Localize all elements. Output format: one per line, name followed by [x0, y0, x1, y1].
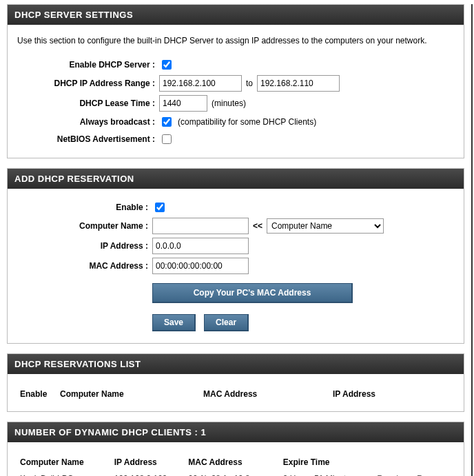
ip-range-to-input[interactable] — [257, 75, 340, 92]
dhcp-server-settings-panel: DHCP SERVER SETTINGS Use this section to… — [7, 4, 464, 158]
always-broadcast-hint: (compatibility for some DHCP Clients) — [178, 117, 316, 127]
ip-range-to-word: to — [246, 79, 253, 88]
copy-name-arrow: << — [253, 221, 262, 231]
clear-button[interactable]: Clear — [204, 314, 249, 331]
always-broadcast-label: Always broadcast : — [17, 117, 159, 127]
ip-range-label: DHCP IP Address Range : — [17, 79, 159, 88]
col-enable: Enable — [17, 385, 57, 403]
col-mac: MAC Address — [200, 385, 330, 403]
reservations-table: Enable Computer Name MAC Address IP Addr… — [17, 385, 454, 403]
table-row: KevinBall-LPC 192.168.2.109 02:1b:38:1c:… — [17, 471, 454, 476]
enable-dhcp-label: Enable DHCP Server : — [17, 60, 159, 70]
copy-mac-button[interactable]: Copy Your PC's MAC Address — [152, 283, 353, 303]
dhcp-settings-title: DHCP SERVER SETTINGS — [8, 5, 464, 25]
col-computer-name: Computer Name — [57, 385, 200, 403]
dc-mac: 02:1b:38:1c:19:8e — [185, 471, 280, 476]
add-reservation-title: ADD DHCP RESERVATION — [8, 169, 464, 189]
mac-address-label: MAC Address : — [17, 261, 152, 271]
dynamic-clients-table: Computer Name IP Address MAC Address Exp… — [17, 453, 454, 476]
reservation-enable-checkbox[interactable] — [155, 203, 165, 212]
dc-expire: 2 Hours 51 Minutes — [280, 471, 374, 476]
dhcp-reservations-list-panel: DHCP RESERVATIONS LIST Enable Computer N… — [7, 353, 464, 412]
lease-time-label: DHCP Lease Time : — [17, 99, 159, 108]
reservations-list-title: DHCP RESERVATIONS LIST — [8, 354, 464, 374]
dc-col-name: Computer Name — [17, 453, 112, 471]
computer-name-select[interactable]: Computer Name — [267, 218, 384, 234]
dc-col-expire: Expire Time — [280, 453, 374, 471]
ip-range-from-input[interactable] — [159, 75, 242, 92]
mac-address-input[interactable] — [152, 258, 249, 274]
ip-address-input[interactable] — [152, 238, 249, 254]
col-ip: IP Address — [330, 385, 454, 403]
dc-name: KevinBall-LPC — [17, 471, 112, 476]
netbios-checkbox[interactable] — [162, 134, 172, 144]
lease-time-unit: (minutes) — [212, 99, 246, 108]
save-button[interactable]: Save — [152, 314, 196, 331]
dynamic-dhcp-clients-panel: NUMBER OF DYNAMIC DHCP CLIENTS : 1 Compu… — [7, 422, 464, 476]
computer-name-input[interactable] — [152, 218, 249, 234]
enable-dhcp-checkbox[interactable] — [162, 60, 172, 70]
dynamic-clients-title: NUMBER OF DYNAMIC DHCP CLIENTS : 1 — [8, 422, 464, 442]
netbios-label: NetBIOS Advertisement : — [17, 134, 159, 144]
ip-address-label: IP Address : — [17, 241, 152, 251]
lease-time-input[interactable] — [159, 95, 207, 112]
always-broadcast-checkbox[interactable] — [162, 117, 172, 127]
computer-name-label: Computer Name : — [17, 221, 152, 231]
dc-col-ip: IP Address — [112, 453, 186, 471]
dhcp-settings-intro: Use this section to configure the built-… — [17, 36, 454, 45]
add-dhcp-reservation-panel: ADD DHCP RESERVATION Enable : Computer N… — [7, 168, 464, 344]
reservation-enable-label: Enable : — [17, 203, 152, 212]
dc-ip: 192.168.2.109 — [112, 471, 186, 476]
dc-col-mac: MAC Address — [185, 453, 280, 471]
